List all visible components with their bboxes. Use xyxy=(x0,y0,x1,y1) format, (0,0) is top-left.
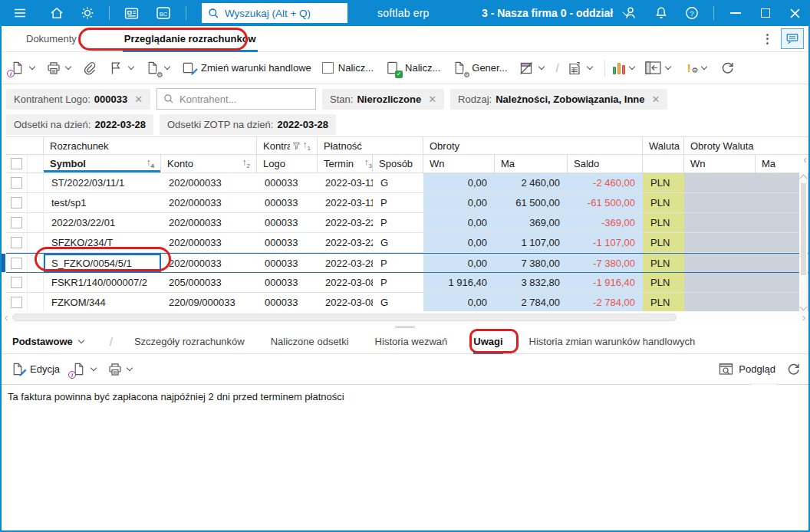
scroll-left-icon[interactable]: ‹ xyxy=(2,311,11,323)
cell-sposob[interactable]: P xyxy=(373,193,423,212)
refresh-button[interactable] xyxy=(786,362,801,376)
cell-ma[interactable]: 2 460,00 xyxy=(495,173,568,192)
cell-waluta[interactable]: PLN xyxy=(643,173,684,192)
cell-wn[interactable]: 1 916,40 xyxy=(423,273,495,292)
change-trade-terms-button[interactable]: Zmień warunki handlowe xyxy=(180,60,311,76)
cell-logo[interactable]: 000033 xyxy=(257,213,318,232)
cell-ma[interactable]: 2 784,00 xyxy=(495,293,568,312)
cell-sposob[interactable]: G xyxy=(373,173,423,192)
cell-waluta[interactable]: PLN xyxy=(643,213,684,232)
cell-konto[interactable]: 202/000033 xyxy=(161,173,257,192)
column-header-waluta-wn[interactable]: Wn xyxy=(684,155,756,173)
cell-wn[interactable]: 0,00 xyxy=(423,254,495,272)
table-row[interactable]: ST/2022/03/11/1 202/000033 000033 2022-0… xyxy=(6,173,808,193)
cell-sposob[interactable]: G xyxy=(373,233,423,252)
row-checkbox[interactable] xyxy=(6,173,28,192)
remove-filter-icon[interactable]: ✕ xyxy=(652,94,660,105)
table-row[interactable]: FZKOM/344 220/09/000033 000033 2022-03-0… xyxy=(6,293,808,313)
cell-termin[interactable]: 2022-03-08 xyxy=(318,273,373,292)
column-header-saldo[interactable]: Saldo xyxy=(568,155,643,173)
user-icon[interactable] xyxy=(615,0,646,26)
cell-waluta-wn[interactable] xyxy=(684,173,756,192)
global-search-input[interactable] xyxy=(225,8,332,19)
kontrahent-search-input[interactable] xyxy=(179,94,302,105)
row-checkbox[interactable] xyxy=(6,273,28,292)
cell-sposob[interactable]: P xyxy=(373,254,423,272)
cell-waluta[interactable]: PLN xyxy=(643,254,684,272)
cell-logo[interactable]: 000033 xyxy=(257,173,318,192)
horizontal-scrollbar[interactable]: ‹ › xyxy=(2,311,808,323)
table-row-selected[interactable]: S_FZKO/0054/5/1 202/000033 000033 2022-0… xyxy=(6,253,808,273)
cell-konto[interactable]: 202/000033 xyxy=(161,254,257,272)
cell-ma[interactable]: 1 107,00 xyxy=(495,233,568,252)
cell-termin[interactable]: 2022-03-28 xyxy=(318,254,373,272)
tab-przegladanie-rozrachunkow[interactable]: Przeglądanie rozrachunków xyxy=(110,26,270,52)
cell-wn[interactable]: 0,00 xyxy=(423,293,495,312)
calculate-button-2[interactable]: ✓ Nalicz... xyxy=(384,60,440,76)
kontrahent-search[interactable] xyxy=(156,88,316,110)
table-row[interactable]: 2022/03/22/01 202/000033 000033 2022-03-… xyxy=(6,213,808,233)
cell-waluta-wn[interactable] xyxy=(684,233,756,252)
alerts-settings-button[interactable]: !⚙ xyxy=(681,60,706,76)
row-checkbox[interactable] xyxy=(6,193,28,212)
cell-waluta-wn[interactable] xyxy=(684,213,756,232)
cell-logo[interactable]: 000033 xyxy=(257,273,318,292)
notes-panel[interactable]: Ta faktura powinna być zapłacona najpóźn… xyxy=(2,385,808,529)
help-icon[interactable]: ? xyxy=(677,0,707,26)
cell-logo[interactable]: 000033 xyxy=(257,293,318,312)
cell-saldo[interactable]: -2 460,00 xyxy=(568,173,643,192)
vertical-scroll-thumb[interactable] xyxy=(801,183,806,275)
minimize-button[interactable] xyxy=(720,0,751,26)
document-info-button[interactable]: i xyxy=(71,361,96,377)
document-info-button[interactable]: i xyxy=(9,60,35,76)
cell-ma[interactable]: 61 500,00 xyxy=(495,193,568,212)
tab-szczegoly-rozrachunkow[interactable]: Szczegóły rozrachunków xyxy=(134,330,245,354)
calculate-button-1[interactable]: Nalicz... xyxy=(322,62,374,74)
column-header-logo[interactable]: Logo xyxy=(257,155,318,173)
cell-ma[interactable]: 3 832,80 xyxy=(495,273,568,292)
preview-button[interactable]: Podgląd xyxy=(718,361,775,377)
cell-symbol[interactable]: FZKOM/344 xyxy=(44,293,161,312)
row-checkbox[interactable] xyxy=(6,233,28,252)
cell-saldo[interactable]: -1 916,40 xyxy=(568,273,643,292)
cell-saldo[interactable]: -2 784,00 xyxy=(568,293,643,312)
document-settings-button[interactable]: ⚙ xyxy=(144,60,170,76)
cell-saldo[interactable]: -7 380,00 xyxy=(568,254,643,272)
header-scroll-left-icon[interactable]: ‹ xyxy=(803,153,807,166)
bc-icon[interactable]: BC xyxy=(147,0,179,26)
column-header-symbol[interactable]: Symbol↑4 xyxy=(44,155,161,173)
cell-konto[interactable]: 202/000033 xyxy=(161,193,257,212)
group-obroty-waluta[interactable]: Obroty Waluta xyxy=(684,137,808,155)
cell-konto[interactable]: 202/000033 xyxy=(161,233,257,252)
cell-logo[interactable]: 000033 xyxy=(257,193,318,212)
company-selector[interactable]: 3 - Nasza firma 0 - oddział xyxy=(482,7,629,19)
cell-wn[interactable]: 0,00 xyxy=(423,213,495,232)
chart-button[interactable] xyxy=(613,62,634,74)
scroll-up-icon[interactable] xyxy=(800,175,808,182)
theme-icon[interactable] xyxy=(72,0,103,26)
tab-uwagi[interactable]: Uwagi xyxy=(473,330,502,354)
cell-symbol-focused[interactable]: S_FZKO/0054/5/1 xyxy=(44,254,161,272)
cell-symbol[interactable]: FSKR1/140/000007/2 xyxy=(44,273,161,292)
cell-konto[interactable]: 205/000033 xyxy=(161,273,257,292)
panel-layout-button[interactable] xyxy=(645,60,670,76)
table-row[interactable]: test/sp1 202/000033 000033 2022-03-11 P … xyxy=(6,193,808,213)
cell-termin[interactable]: 2022-03-11 xyxy=(318,193,373,212)
table-row[interactable]: FSKR1/140/000007/2 205/000033 000033 202… xyxy=(6,273,808,293)
tab-podstawowe[interactable]: Podstawowe xyxy=(12,330,84,354)
table-row[interactable]: SFZKO/234/T 202/000033 000033 2022-03-22… xyxy=(6,233,808,253)
cell-wn[interactable]: 0,00 xyxy=(423,193,495,212)
tab-dokumenty[interactable]: Dokumenty xyxy=(12,26,91,52)
calculator-document-button[interactable] xyxy=(567,60,592,76)
cell-symbol[interactable]: ST/2022/03/11/1 xyxy=(44,173,161,192)
flag-button[interactable] xyxy=(108,60,133,76)
cell-termin[interactable]: 2022-03-22 xyxy=(318,233,373,252)
cell-termin[interactable]: 2022-03-11 xyxy=(318,173,373,192)
attachments-button[interactable] xyxy=(81,60,97,76)
vertical-scrollbar[interactable] xyxy=(799,172,808,311)
column-header-wn[interactable]: Wn xyxy=(423,155,495,173)
filter-chip-kontrahent-logo[interactable]: Kontrahent Logo: 000033 ✕ xyxy=(6,89,150,110)
tab-historia-zmian[interactable]: Historia zmian warunków handlowych xyxy=(529,330,696,354)
column-header-waluta-ma[interactable]: Ma xyxy=(756,155,808,173)
maximize-button[interactable] xyxy=(751,0,780,26)
